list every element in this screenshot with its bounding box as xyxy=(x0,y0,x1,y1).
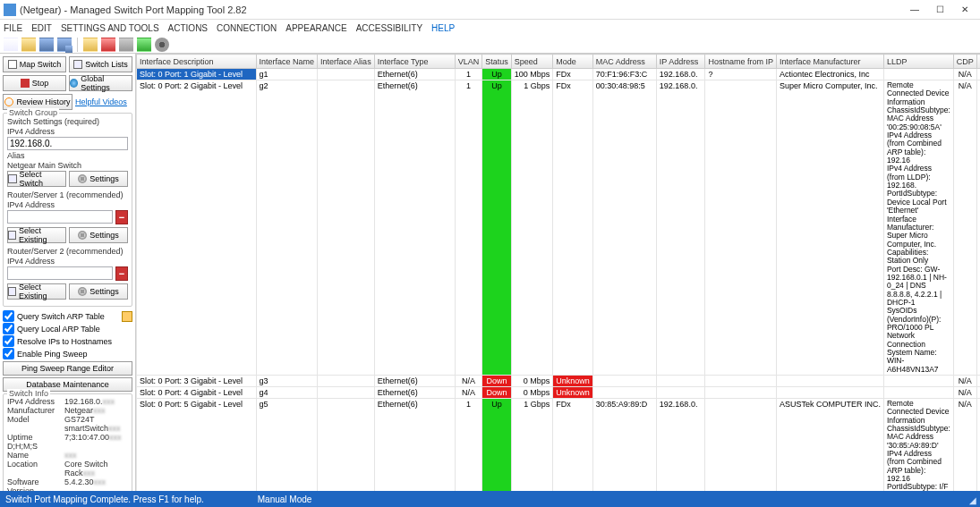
router1-settings-button[interactable]: Settings xyxy=(69,227,128,243)
router2-ip-input[interactable] xyxy=(7,266,113,280)
switch-settings-button[interactable]: Settings xyxy=(69,171,128,187)
col-header[interactable]: Mode xyxy=(553,55,593,69)
info-value: 7;3:10:47.00xxx xyxy=(64,433,128,451)
switch-ip-input[interactable] xyxy=(7,137,128,150)
switch-group: Switch Group Switch Settings (required) … xyxy=(3,113,132,307)
app-icon xyxy=(4,4,16,16)
switch-info-title: Switch Info xyxy=(7,389,50,398)
table-row[interactable]: Slot: 0 Port: 4 Gigabit - Levelg4Etherne… xyxy=(137,387,981,399)
ipv4-label: IPv4 Address xyxy=(7,127,128,136)
col-header[interactable]: Status xyxy=(482,55,512,69)
resize-grip-icon[interactable]: ◢ xyxy=(969,495,976,505)
info-value: Netgearxxx xyxy=(64,406,128,415)
query-local-arp-checkbox[interactable]: Query Local ARP Table xyxy=(3,323,132,334)
col-header[interactable]: Speed xyxy=(511,55,553,69)
print-icon[interactable] xyxy=(119,38,133,52)
status-message: Switch Port Mapping Complete. Press F1 f… xyxy=(5,494,204,504)
switch-group-title: Switch Group xyxy=(7,108,59,117)
select-existing-r1-button[interactable]: Select Existing xyxy=(7,227,66,243)
save-icon[interactable] xyxy=(39,38,54,52)
col-header[interactable]: Hostname from IP xyxy=(705,55,777,69)
select-icon xyxy=(8,287,16,296)
gear-icon xyxy=(78,231,87,240)
col-header[interactable]: Interface Manufacturer xyxy=(776,55,883,69)
info-value: 192.168.0.xxx xyxy=(64,397,128,406)
col-header[interactable]: MAC Address xyxy=(592,55,656,69)
col-header[interactable]: Interface Name xyxy=(256,55,318,69)
resolve-ips-checkbox[interactable]: Resolve IPs to Hostnames xyxy=(3,335,132,347)
select-switch-button[interactable]: Select Switch xyxy=(7,171,66,187)
ipv4-label-r2: IPv4 Address xyxy=(7,257,128,266)
router1-ip-input[interactable] xyxy=(7,210,113,224)
lock-icon xyxy=(122,311,132,322)
settings-icon[interactable] xyxy=(155,38,169,52)
folder-icon[interactable] xyxy=(83,38,98,52)
menu-appearance[interactable]: APPEARANCE xyxy=(285,23,346,33)
global-settings-button[interactable]: Global Settings xyxy=(69,75,132,91)
map-switch-button[interactable]: Map Switch xyxy=(3,56,66,72)
separator xyxy=(77,38,78,52)
info-value: Core Switch Rackxxx xyxy=(64,460,128,477)
router2-settings-button[interactable]: Settings xyxy=(69,283,128,300)
menu-connection[interactable]: CONNECTION xyxy=(217,23,277,33)
col-header[interactable]: Connector Present xyxy=(976,55,980,69)
export-icon[interactable] xyxy=(137,38,151,52)
info-key: Model xyxy=(7,415,64,433)
col-header[interactable]: LLDP xyxy=(883,55,953,69)
titlebar: (Netgear) - Managed Switch Port Mapping … xyxy=(0,0,980,20)
switch-info-group: Switch Info IPv4 Address192.168.0.xxxMan… xyxy=(3,393,132,491)
col-header[interactable]: Interface Alias xyxy=(318,55,375,69)
info-value: GS724T smartSwitchxxx xyxy=(64,415,128,433)
helpful-videos-link[interactable]: Helpful Videos xyxy=(75,97,127,106)
table-row[interactable]: Slot: 0 Port: 1 Gigabit - Levelg1Etherne… xyxy=(137,69,981,80)
remove-router1-button[interactable]: − xyxy=(115,210,128,224)
info-value: 5.4.2.30xxx xyxy=(64,477,128,491)
alias-value: Netgear Main Switch xyxy=(7,161,128,170)
menu-help[interactable]: HELP xyxy=(431,23,455,33)
info-value: xxx xyxy=(64,451,128,460)
ping-sweep-editor-button[interactable]: Ping Sweep Range Editor xyxy=(3,361,132,376)
menu-edit[interactable]: EDIT xyxy=(31,23,52,33)
globe-icon xyxy=(70,79,78,88)
enable-ping-sweep-checkbox[interactable]: Enable Ping Sweep xyxy=(3,348,132,359)
save-all-icon[interactable] xyxy=(57,38,72,52)
window-title: (Netgear) - Managed Switch Port Mapping … xyxy=(20,4,903,15)
port-table-container[interactable]: Interface DescriptionInterface NameInter… xyxy=(136,54,980,491)
info-key: Uptime D;H;M;S xyxy=(7,433,64,451)
table-row[interactable]: Slot: 0 Port: 2 Gigabit - Levelg2Etherne… xyxy=(137,80,981,376)
info-key: Manufacturer xyxy=(7,406,64,415)
info-key: Software Version xyxy=(7,477,64,491)
delete-icon[interactable] xyxy=(101,38,115,52)
menu-actions[interactable]: ACTIONS xyxy=(168,23,208,33)
table-row[interactable]: Slot: 0 Port: 3 Gigabit - Levelg3Etherne… xyxy=(137,376,981,387)
gear-icon xyxy=(78,174,87,183)
alias-label: Alias xyxy=(7,151,128,160)
remove-router2-button[interactable]: − xyxy=(115,266,128,281)
status-mode: Manual Mode xyxy=(258,494,312,504)
info-key: IPv4 Address xyxy=(7,397,64,406)
new-icon[interactable] xyxy=(4,38,18,52)
query-switch-arp-checkbox[interactable]: Query Switch ARP Table xyxy=(3,310,132,322)
map-icon xyxy=(8,60,17,69)
stop-button[interactable]: Stop xyxy=(3,75,66,91)
open-icon[interactable] xyxy=(21,38,36,52)
maximize-button[interactable]: ☐ xyxy=(928,2,951,18)
minimize-button[interactable]: — xyxy=(903,2,926,18)
status-bar: Switch Port Mapping Complete. Press F1 f… xyxy=(0,491,980,507)
select-existing-r2-button[interactable]: Select Existing xyxy=(7,283,66,300)
menu-file[interactable]: FILE xyxy=(4,23,22,33)
close-button[interactable]: ✕ xyxy=(953,2,976,18)
list-icon xyxy=(73,60,82,69)
col-header[interactable]: VLAN xyxy=(455,55,482,69)
menu-accessibility[interactable]: ACCESSIBILITY xyxy=(356,23,422,33)
col-header[interactable]: Interface Description xyxy=(137,55,257,69)
info-key: Name xyxy=(7,451,64,460)
col-header[interactable]: IP Address xyxy=(656,55,705,69)
switch-lists-button[interactable]: Switch Lists xyxy=(69,56,132,72)
port-table[interactable]: Interface DescriptionInterface NameInter… xyxy=(136,54,980,491)
menubar: FILEEDITSETTINGS AND TOOLSACTIONSCONNECT… xyxy=(0,20,980,36)
col-header[interactable]: Interface Type xyxy=(374,55,455,69)
table-row[interactable]: Slot: 0 Port: 5 Gigabit - Levelg5Etherne… xyxy=(137,399,981,491)
menu-settings-and-tools[interactable]: SETTINGS AND TOOLS xyxy=(61,23,159,33)
col-header[interactable]: CDP xyxy=(953,55,976,69)
